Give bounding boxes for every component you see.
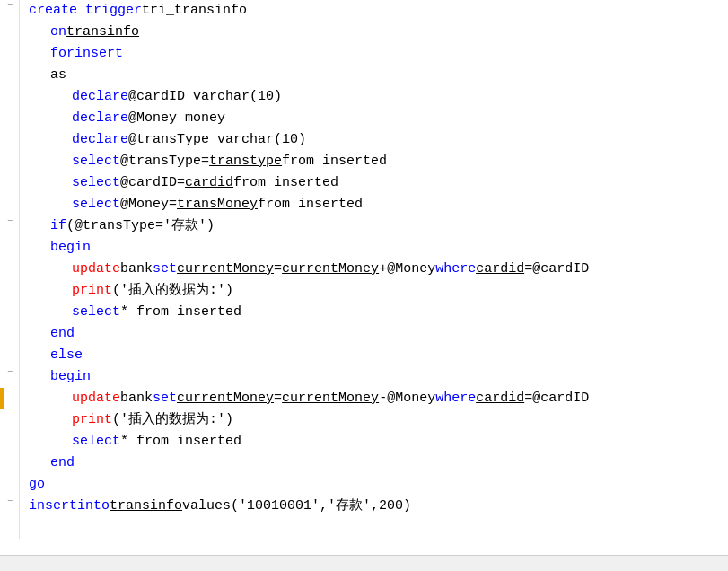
token: else [50, 345, 83, 366]
bottom-bar [0, 555, 728, 571]
token: transMoney [177, 194, 258, 215]
token: select [72, 194, 120, 215]
token: on [50, 22, 66, 43]
code-line: declare @cardID varchar(10) [29, 86, 728, 108]
editor-container: −−−− create trigger tri_transinfoon tran… [0, 0, 728, 571]
collapse-icon[interactable]: − [4, 366, 16, 379]
token: bank [120, 388, 153, 409]
token: = [274, 388, 282, 409]
token: from inserted [282, 151, 387, 172]
code-line: go [29, 474, 728, 496]
token: into [77, 496, 110, 517]
token: select [72, 151, 120, 172]
token: (@transType=' [66, 215, 171, 237]
token: if [50, 215, 66, 237]
token: set [153, 259, 177, 280]
token: end [50, 452, 75, 474]
collapse-icon[interactable]: − [4, 496, 16, 508]
token: currentMoney [177, 388, 274, 409]
code-line: print('插入的数据为:') [29, 409, 728, 431]
token: @Money money [128, 108, 225, 129]
code-line: on transinfo [29, 22, 728, 43]
token: =@cardID [524, 388, 589, 409]
token: create trigger [29, 0, 142, 22]
token: transtype [209, 151, 282, 172]
code-line: select @transType=transtype from inserte… [29, 151, 728, 172]
code-line: print('插入的数据为:') [29, 280, 728, 302]
code-line: update bank set currentMoney=currentMone… [29, 388, 728, 409]
token: for [50, 43, 75, 65]
code-line: begin [29, 366, 728, 388]
token: ') [198, 215, 215, 237]
token: insert [75, 43, 123, 65]
token: print [72, 409, 112, 431]
token: as [50, 65, 66, 86]
code-line: select @cardID=cardid from inserted [29, 172, 728, 194]
code-line: if(@transType='存款') [29, 215, 728, 237]
token: select [72, 172, 120, 194]
token: values('10010001','存款',200) [182, 496, 411, 517]
token: select [72, 431, 120, 452]
token: =@cardID [524, 259, 589, 280]
code-line: update bank set currentMoney=currentMone… [29, 259, 728, 280]
code-line: begin [29, 237, 728, 259]
token: where [435, 388, 476, 409]
token: tri_transinfo [142, 0, 247, 22]
token: update [72, 388, 120, 409]
token: insert [29, 496, 77, 517]
token: from inserted [233, 172, 338, 194]
code-line: create trigger tri_transinfo [29, 0, 728, 22]
token: currentMoney [282, 388, 379, 409]
token: ('插入的数据为:') [112, 409, 233, 431]
token: currentMoney [282, 259, 379, 280]
gutter: −−−− [0, 0, 20, 539]
token: = [274, 259, 282, 280]
code-line: declare @transType varchar(10) [29, 129, 728, 151]
token: transinfo [66, 22, 139, 43]
token: print [72, 280, 112, 302]
line-highlight [0, 388, 4, 409]
token: 存款 [171, 215, 198, 237]
token: cardid [476, 259, 524, 280]
code-line: declare @Money money [29, 108, 728, 129]
token: @cardID varchar(10) [128, 86, 282, 108]
code-line: as [29, 65, 728, 86]
token: where [435, 259, 476, 280]
code-line: end [29, 323, 728, 345]
code-line: end [29, 452, 728, 474]
code-area: create trigger tri_transinfoon transinfo… [20, 0, 728, 571]
collapse-icon[interactable]: − [4, 0, 16, 13]
token: -@Money [379, 388, 435, 409]
token: cardid [185, 172, 233, 194]
token: declare [72, 108, 128, 129]
token: currentMoney [177, 259, 274, 280]
code-line: insert into transinfo values('10010001',… [29, 496, 728, 517]
token: set [153, 388, 177, 409]
token: ('插入的数据为:') [112, 280, 233, 302]
token: @Money= [120, 194, 177, 215]
token: @transType varchar(10) [128, 129, 306, 151]
token: transinfo [110, 496, 182, 517]
token: * from inserted [120, 302, 241, 323]
token: end [50, 323, 75, 345]
token: update [72, 259, 120, 280]
code-line: select @Money=transMoney from inserted [29, 194, 728, 215]
token: begin [50, 237, 91, 259]
code-line: select * from inserted [29, 302, 728, 323]
token: bank [120, 259, 153, 280]
code-line: for insert [29, 43, 728, 65]
code-line: select * from inserted [29, 431, 728, 452]
token: declare [72, 86, 128, 108]
code-line: else [29, 345, 728, 366]
token: from inserted [258, 194, 363, 215]
token: cardid [476, 388, 524, 409]
token: go [29, 474, 45, 496]
token: declare [72, 129, 128, 151]
token: @cardID= [120, 172, 185, 194]
token: select [72, 302, 120, 323]
token: * from inserted [120, 431, 241, 452]
token: @transType= [120, 151, 209, 172]
token: begin [50, 366, 91, 388]
token: +@Money [379, 259, 435, 280]
collapse-icon[interactable]: − [4, 215, 16, 228]
